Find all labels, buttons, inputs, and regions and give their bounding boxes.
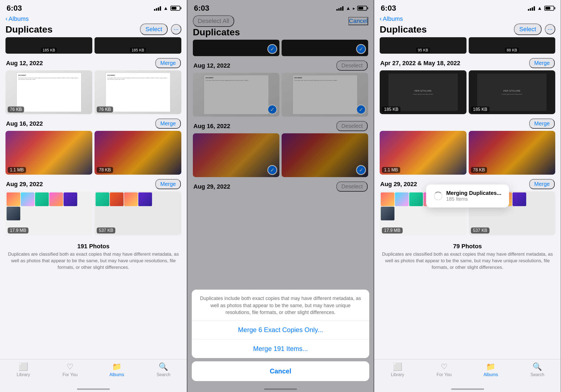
library-icon-right: ⬜	[393, 362, 402, 371]
tab-library-left[interactable]: ⬜ Library	[0, 362, 47, 377]
merge-button-aug16-left[interactable]: Merge	[155, 119, 181, 129]
header-row-left: Duplicates Select ···	[5, 24, 181, 35]
photos-apr27-right: PER S/TICARE Lorem ipsum text document 1…	[380, 70, 555, 114]
top-photo-left-2: 185 KB	[95, 37, 181, 54]
size-badge-aug16-left-1: 1.1 MB	[8, 167, 26, 173]
footer-info-right: 79 Photos Duplicates are classified both…	[374, 240, 561, 273]
tab-label-library-right: Library	[391, 372, 404, 377]
tab-albums-left[interactable]: 📁 Albums	[93, 362, 140, 377]
photos-aug12-left: DOCUMENT Lorem ipsum dolor sit amet cons…	[5, 70, 181, 114]
page-title-left: Duplicates	[5, 24, 53, 35]
content-area-left: Aug 12, 2022 Merge DOCUMENT Lorem ipsum …	[0, 58, 187, 240]
merge-button-aug12-left[interactable]: Merge	[155, 58, 181, 68]
action-sheet-cancel-button[interactable]: Cancel	[192, 361, 369, 381]
toast-subtitle: 185 Items	[446, 196, 501, 202]
select-button-right[interactable]: Select	[514, 24, 542, 35]
header-actions-left: Select ···	[140, 24, 181, 35]
tab-label-foryou-right: For You	[437, 372, 452, 377]
photos-aug29-left: 17.9 MB 537 KB	[5, 191, 181, 235]
merge-exact-button[interactable]: Merge 6 Exact Copies Only...	[192, 321, 369, 339]
tab-label-albums-right: Albums	[483, 372, 498, 377]
battery-icon-left	[170, 6, 180, 11]
size-badge-aug29-left-2: 537 KB	[97, 227, 115, 234]
group-date-aug12-left: Aug 12, 2022	[6, 60, 43, 67]
header-row-right: Duplicates Select ···	[380, 24, 555, 35]
wifi-icon-right: ▲	[537, 5, 542, 11]
tab-search-right[interactable]: 🔍 Search	[514, 362, 561, 377]
page-header-right: ‹ Albums Duplicates Select ···	[374, 14, 561, 37]
select-button-left[interactable]: Select	[140, 24, 168, 35]
toast-text-block: Merging Duplicates... 185 Items	[446, 190, 501, 202]
back-button-right[interactable]: ‹ Albums	[380, 15, 555, 22]
tab-foryou-right[interactable]: ♡ For You	[421, 362, 467, 377]
size-badge-merge2-right-1: 1.1 MB	[382, 167, 400, 173]
tab-label-library-left: Library	[17, 372, 30, 377]
group-header-apr27-right: Apr 27, 2022 & May 18, 2022 Merge	[380, 58, 555, 68]
footer-count-right: 79 Photos	[380, 243, 555, 250]
header-actions-right: Select ···	[514, 24, 555, 35]
library-icon-left: ⬜	[19, 362, 28, 371]
tab-library-right[interactable]: ⬜ Library	[374, 362, 421, 377]
back-label-right: Albums	[383, 15, 403, 22]
tab-label-search-left: Search	[156, 372, 170, 377]
size-badge-aug12-left-2: 76 KB	[97, 106, 113, 113]
dup-group-aug12-left: Aug 12, 2022 Merge DOCUMENT Lorem ipsum …	[5, 58, 181, 114]
albums-icon-left: 📁	[112, 362, 122, 371]
tab-foryou-left[interactable]: ♡ For You	[47, 362, 94, 377]
photo-apr27-right-2[interactable]: PER S/TICARE Lorem ipsum text document 1…	[469, 70, 556, 114]
photo-aug12-left-2[interactable]: DOCUMENT Lorem ipsum dolor sit amet cons…	[95, 70, 181, 114]
right-panel: 6:03 ▲ ‹ Albums Duplicates Select ···	[374, 0, 561, 392]
home-indicator-left	[77, 388, 110, 390]
size-badge-left-2: 185 KB	[130, 48, 146, 53]
top-photo-left-1: 185 KB	[5, 37, 92, 54]
merge-button-aug29-left[interactable]: Merge	[155, 179, 181, 189]
more-button-left[interactable]: ···	[171, 24, 181, 34]
photo-aug12-left-1[interactable]: DOCUMENT Lorem ipsum dolor sit amet cons…	[5, 70, 92, 114]
group-header-aug29-left: Aug 29, 2022 Merge	[5, 179, 181, 189]
middle-panel: 6:03 ▲ ▸ Deselect All Cancel Duplicates …	[187, 0, 374, 392]
top-photo-right-2: 88 KB	[469, 37, 556, 54]
status-time-left: 6:03	[7, 4, 22, 13]
status-time-right: 6:03	[381, 4, 396, 13]
merge-button-merge2-right[interactable]: Merge	[529, 119, 555, 129]
group-header-merge2-right: Merge	[380, 119, 555, 129]
merge-all-button[interactable]: Merge 191 Items...	[192, 339, 369, 358]
photo-aug29-left-1[interactable]: 17.9 MB	[5, 191, 92, 235]
size-badge-aug29-left-1: 17.9 MB	[8, 227, 28, 234]
home-indicator-right	[451, 388, 484, 390]
photos-merge2-right: 1.1 MB 78 KB	[380, 131, 555, 175]
size-badge-aug12-left-1: 76 KB	[8, 106, 24, 113]
footer-info-left: 191 Photos Duplicates are classified bot…	[0, 240, 187, 273]
tab-search-left[interactable]: 🔍 Search	[140, 362, 187, 377]
dup-group-aug16-left: Aug 16, 2022 Merge 1.1 MB 78 KB	[5, 119, 181, 175]
status-bar-left: 6:03 ▲	[0, 0, 187, 14]
back-button-left[interactable]: ‹ Albums	[5, 15, 181, 22]
photo-apr27-right-1[interactable]: PER S/TICARE Lorem ipsum text document 1…	[380, 70, 466, 114]
photo-aug16-left-2[interactable]: 78 KB	[95, 131, 181, 175]
group-date-aug16-left: Aug 16, 2022	[6, 120, 43, 127]
more-button-right[interactable]: ···	[545, 24, 555, 34]
size-badge-apr27-right-1: 185 KB	[382, 106, 400, 113]
size-badge-merge2-right-2: 78 KB	[471, 167, 487, 173]
photo-merge2-right-2[interactable]: 78 KB	[469, 131, 556, 175]
photo-aug16-left-1[interactable]: 1.1 MB	[5, 131, 92, 175]
size-badge-right-2: 88 KB	[505, 48, 519, 53]
tab-bar-left: ⬜ Library ♡ For You 📁 Albums 🔍 Search	[0, 359, 187, 392]
tab-label-foryou-left: For You	[62, 372, 78, 377]
foryou-icon-left: ♡	[67, 362, 73, 371]
photo-aug29-left-2[interactable]: 537 KB	[95, 191, 181, 235]
footer-desc-left: Duplicates are classified both as exact …	[5, 251, 181, 270]
size-badge-aug16-left-2: 78 KB	[97, 167, 113, 173]
top-strip-left: 185 KB 185 KB	[0, 37, 187, 54]
group-header-aug16-left: Aug 16, 2022 Merge	[5, 119, 181, 129]
group-date-aug29-right: Aug 29, 2022	[380, 181, 417, 188]
top-photo-right-1: 95 KB	[380, 37, 466, 54]
merge-button-aug29-right[interactable]: Merge	[529, 179, 555, 189]
wifi-icon-left: ▲	[163, 5, 168, 11]
size-badge-apr27-right-2: 185 KB	[471, 106, 490, 113]
tab-albums-right[interactable]: 📁 Albums	[468, 362, 514, 377]
spinner-icon	[434, 192, 442, 200]
footer-desc-right: Duplicates are classified both as exact …	[380, 251, 555, 270]
merge-button-apr27-right[interactable]: Merge	[529, 58, 555, 68]
photo-merge2-right-1[interactable]: 1.1 MB	[380, 131, 466, 175]
